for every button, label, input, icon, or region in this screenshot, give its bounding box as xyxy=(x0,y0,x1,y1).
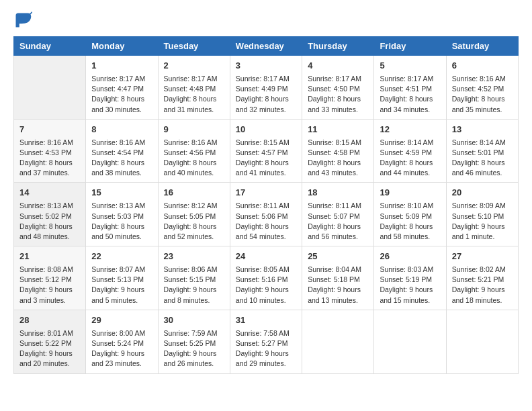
day-cell: 23Sunrise: 8:06 AM Sunset: 5:15 PM Dayli… xyxy=(158,246,230,310)
day-info: Sunrise: 8:02 AM Sunset: 5:21 PM Dayligh… xyxy=(452,265,513,306)
col-header-saturday: Saturday xyxy=(446,37,518,56)
day-number: 23 xyxy=(164,250,224,263)
week-row-2: 7Sunrise: 8:16 AM Sunset: 4:53 PM Daylig… xyxy=(14,119,519,183)
col-header-monday: Monday xyxy=(86,37,158,56)
day-number: 30 xyxy=(164,314,224,327)
day-info: Sunrise: 8:17 AM Sunset: 4:48 PM Dayligh… xyxy=(164,74,224,115)
day-cell: 22Sunrise: 8:07 AM Sunset: 5:13 PM Dayli… xyxy=(86,246,158,310)
day-cell: 11Sunrise: 8:15 AM Sunset: 4:58 PM Dayli… xyxy=(302,119,374,183)
day-cell: 10Sunrise: 8:15 AM Sunset: 4:57 PM Dayli… xyxy=(230,119,302,183)
week-row-3: 14Sunrise: 8:13 AM Sunset: 5:02 PM Dayli… xyxy=(14,183,519,246)
day-info: Sunrise: 8:11 AM Sunset: 5:07 PM Dayligh… xyxy=(308,201,368,242)
day-info: Sunrise: 8:17 AM Sunset: 4:50 PM Dayligh… xyxy=(308,74,368,115)
day-number: 11 xyxy=(308,124,368,136)
day-info: Sunrise: 8:17 AM Sunset: 4:49 PM Dayligh… xyxy=(236,74,296,115)
day-number: 29 xyxy=(91,314,152,327)
day-info: Sunrise: 8:15 AM Sunset: 4:57 PM Dayligh… xyxy=(236,138,296,179)
day-cell: 5Sunrise: 8:17 AM Sunset: 4:51 PM Daylig… xyxy=(374,56,446,120)
day-number: 20 xyxy=(452,187,513,199)
day-number: 17 xyxy=(236,187,296,199)
day-cell xyxy=(14,56,86,120)
day-info: Sunrise: 8:12 AM Sunset: 5:05 PM Dayligh… xyxy=(164,201,224,242)
day-info: Sunrise: 8:03 AM Sunset: 5:19 PM Dayligh… xyxy=(380,265,440,306)
week-row-4: 21Sunrise: 8:08 AM Sunset: 5:12 PM Dayli… xyxy=(14,246,519,310)
day-number: 3 xyxy=(236,60,296,73)
col-header-sunday: Sunday xyxy=(14,37,86,56)
day-number: 7 xyxy=(19,124,80,136)
day-cell: 13Sunrise: 8:14 AM Sunset: 5:01 PM Dayli… xyxy=(446,119,518,183)
day-info: Sunrise: 8:16 AM Sunset: 4:56 PM Dayligh… xyxy=(164,138,224,179)
day-number: 15 xyxy=(91,187,152,199)
calendar-table: SundayMondayTuesdayWednesdayThursdayFrid… xyxy=(13,36,519,374)
day-cell: 3Sunrise: 8:17 AM Sunset: 4:49 PM Daylig… xyxy=(230,56,302,120)
day-number: 28 xyxy=(19,314,80,327)
day-info: Sunrise: 8:05 AM Sunset: 5:16 PM Dayligh… xyxy=(236,265,296,306)
day-number: 27 xyxy=(452,250,513,263)
header-row: SundayMondayTuesdayWednesdayThursdayFrid… xyxy=(14,37,519,56)
day-cell: 26Sunrise: 8:03 AM Sunset: 5:19 PM Dayli… xyxy=(374,246,446,310)
day-number: 16 xyxy=(164,187,224,199)
col-header-wednesday: Wednesday xyxy=(230,37,302,56)
day-cell: 8Sunrise: 8:16 AM Sunset: 4:54 PM Daylig… xyxy=(86,119,158,183)
day-info: Sunrise: 8:04 AM Sunset: 5:18 PM Dayligh… xyxy=(308,265,368,306)
day-number: 8 xyxy=(91,124,152,136)
day-info: Sunrise: 8:00 AM Sunset: 5:24 PM Dayligh… xyxy=(91,328,152,369)
day-number: 5 xyxy=(380,60,440,73)
day-cell xyxy=(374,310,446,373)
day-info: Sunrise: 8:13 AM Sunset: 5:02 PM Dayligh… xyxy=(19,201,80,242)
day-number: 2 xyxy=(164,60,224,73)
day-info: Sunrise: 8:07 AM Sunset: 5:13 PM Dayligh… xyxy=(91,265,152,306)
day-info: Sunrise: 8:14 AM Sunset: 5:01 PM Dayligh… xyxy=(452,138,513,179)
col-header-tuesday: Tuesday xyxy=(158,37,230,56)
day-cell: 16Sunrise: 8:12 AM Sunset: 5:05 PM Dayli… xyxy=(158,183,230,246)
day-number: 26 xyxy=(380,250,440,263)
day-cell: 29Sunrise: 8:00 AM Sunset: 5:24 PM Dayli… xyxy=(86,310,158,373)
day-info: Sunrise: 8:16 AM Sunset: 4:54 PM Dayligh… xyxy=(91,138,152,179)
col-header-thursday: Thursday xyxy=(302,37,374,56)
day-cell: 7Sunrise: 8:16 AM Sunset: 4:53 PM Daylig… xyxy=(14,119,86,183)
day-info: Sunrise: 8:17 AM Sunset: 4:51 PM Dayligh… xyxy=(380,74,440,115)
day-info: Sunrise: 8:11 AM Sunset: 5:06 PM Dayligh… xyxy=(236,201,296,242)
day-number: 24 xyxy=(236,250,296,263)
day-info: Sunrise: 8:16 AM Sunset: 4:52 PM Dayligh… xyxy=(452,74,513,115)
day-cell: 21Sunrise: 8:08 AM Sunset: 5:12 PM Dayli… xyxy=(14,246,86,310)
logo xyxy=(13,11,35,30)
day-number: 1 xyxy=(91,60,152,73)
day-cell: 9Sunrise: 8:16 AM Sunset: 4:56 PM Daylig… xyxy=(158,119,230,183)
day-cell: 27Sunrise: 8:02 AM Sunset: 5:21 PM Dayli… xyxy=(446,246,518,310)
day-number: 22 xyxy=(91,250,152,263)
day-cell: 25Sunrise: 8:04 AM Sunset: 5:18 PM Dayli… xyxy=(302,246,374,310)
day-cell: 28Sunrise: 8:01 AM Sunset: 5:22 PM Dayli… xyxy=(14,310,86,373)
col-header-friday: Friday xyxy=(374,37,446,56)
day-cell: 12Sunrise: 8:14 AM Sunset: 4:59 PM Dayli… xyxy=(374,119,446,183)
day-cell: 31Sunrise: 7:58 AM Sunset: 5:27 PM Dayli… xyxy=(230,310,302,373)
page-header xyxy=(13,11,519,30)
week-row-5: 28Sunrise: 8:01 AM Sunset: 5:22 PM Dayli… xyxy=(14,310,519,373)
day-number: 10 xyxy=(236,124,296,136)
day-number: 25 xyxy=(308,250,368,263)
day-cell: 4Sunrise: 8:17 AM Sunset: 4:50 PM Daylig… xyxy=(302,56,374,120)
day-cell: 24Sunrise: 8:05 AM Sunset: 5:16 PM Dayli… xyxy=(230,246,302,310)
day-number: 12 xyxy=(380,124,440,136)
day-number: 31 xyxy=(236,314,296,327)
week-row-1: 1Sunrise: 8:17 AM Sunset: 4:47 PM Daylig… xyxy=(14,56,519,120)
day-info: Sunrise: 8:01 AM Sunset: 5:22 PM Dayligh… xyxy=(19,328,80,369)
day-cell: 14Sunrise: 8:13 AM Sunset: 5:02 PM Dayli… xyxy=(14,183,86,246)
logo-icon xyxy=(13,11,32,30)
day-number: 6 xyxy=(452,60,513,73)
day-cell: 2Sunrise: 8:17 AM Sunset: 4:48 PM Daylig… xyxy=(158,56,230,120)
day-cell: 1Sunrise: 8:17 AM Sunset: 4:47 PM Daylig… xyxy=(86,56,158,120)
day-cell: 19Sunrise: 8:10 AM Sunset: 5:09 PM Dayli… xyxy=(374,183,446,246)
day-info: Sunrise: 8:16 AM Sunset: 4:53 PM Dayligh… xyxy=(19,138,80,179)
day-number: 18 xyxy=(308,187,368,199)
day-info: Sunrise: 7:59 AM Sunset: 5:25 PM Dayligh… xyxy=(164,328,224,369)
day-cell: 15Sunrise: 8:13 AM Sunset: 5:03 PM Dayli… xyxy=(86,183,158,246)
day-number: 21 xyxy=(19,250,80,263)
day-number: 4 xyxy=(308,60,368,73)
day-cell: 20Sunrise: 8:09 AM Sunset: 5:10 PM Dayli… xyxy=(446,183,518,246)
day-number: 9 xyxy=(164,124,224,136)
day-number: 13 xyxy=(452,124,513,136)
day-cell: 30Sunrise: 7:59 AM Sunset: 5:25 PM Dayli… xyxy=(158,310,230,373)
day-info: Sunrise: 8:09 AM Sunset: 5:10 PM Dayligh… xyxy=(452,201,513,242)
day-cell xyxy=(302,310,374,373)
